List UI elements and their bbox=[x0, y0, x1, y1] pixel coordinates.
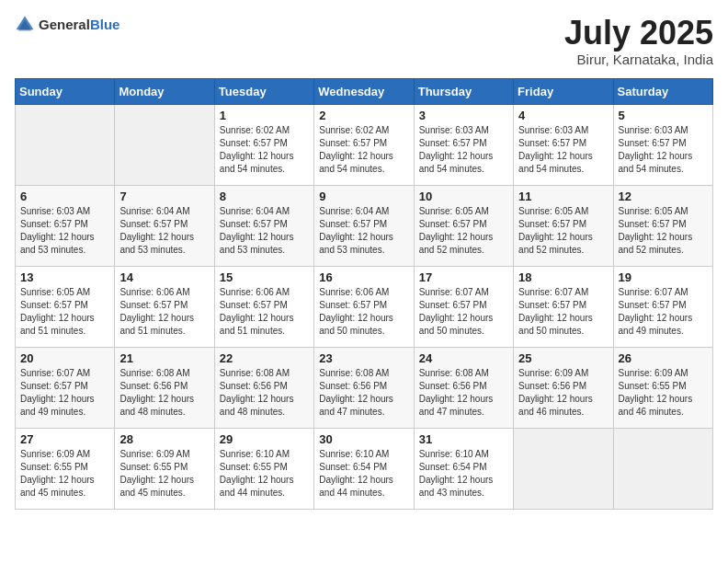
day-info: Sunrise: 6:05 AM Sunset: 6:57 PM Dayligh… bbox=[419, 205, 508, 257]
calendar-cell: 6Sunrise: 6:03 AM Sunset: 6:57 PM Daylig… bbox=[16, 185, 115, 266]
day-info: Sunrise: 6:05 AM Sunset: 6:57 PM Dayligh… bbox=[20, 286, 109, 338]
day-info: Sunrise: 6:07 AM Sunset: 6:57 PM Dayligh… bbox=[518, 286, 608, 338]
day-info: Sunrise: 6:03 AM Sunset: 6:57 PM Dayligh… bbox=[419, 124, 508, 176]
calendar-cell: 7Sunrise: 6:04 AM Sunset: 6:57 PM Daylig… bbox=[115, 185, 214, 266]
calendar-cell: 23Sunrise: 6:08 AM Sunset: 6:56 PM Dayli… bbox=[314, 347, 414, 428]
day-number: 20 bbox=[20, 351, 109, 365]
day-info: Sunrise: 6:02 AM Sunset: 6:57 PM Dayligh… bbox=[319, 124, 408, 176]
logo-icon bbox=[15, 15, 35, 35]
calendar-cell: 25Sunrise: 6:09 AM Sunset: 6:56 PM Dayli… bbox=[514, 347, 613, 428]
day-number: 23 bbox=[319, 351, 408, 365]
day-number: 11 bbox=[518, 190, 608, 203]
day-number: 27 bbox=[20, 432, 109, 446]
calendar-cell: 15Sunrise: 6:06 AM Sunset: 6:57 PM Dayli… bbox=[214, 266, 313, 347]
day-number: 4 bbox=[518, 109, 608, 122]
weekday-header-row: SundayMondayTuesdayWednesdayThursdayFrid… bbox=[16, 78, 713, 104]
calendar-cell: 9Sunrise: 6:04 AM Sunset: 6:57 PM Daylig… bbox=[314, 185, 414, 266]
calendar-cell bbox=[16, 104, 115, 185]
calendar-cell: 5Sunrise: 6:03 AM Sunset: 6:57 PM Daylig… bbox=[613, 104, 712, 185]
calendar-cell: 31Sunrise: 6:10 AM Sunset: 6:54 PM Dayli… bbox=[414, 428, 513, 509]
day-number: 13 bbox=[20, 270, 109, 284]
day-number: 12 bbox=[619, 190, 708, 203]
day-info: Sunrise: 6:10 AM Sunset: 6:54 PM Dayligh… bbox=[419, 448, 508, 500]
day-number: 5 bbox=[619, 109, 708, 122]
day-info: Sunrise: 6:10 AM Sunset: 6:55 PM Dayligh… bbox=[220, 448, 309, 500]
day-info: Sunrise: 6:04 AM Sunset: 6:57 PM Dayligh… bbox=[220, 205, 309, 257]
calendar-cell: 17Sunrise: 6:07 AM Sunset: 6:57 PM Dayli… bbox=[414, 266, 513, 347]
calendar-cell: 8Sunrise: 6:04 AM Sunset: 6:57 PM Daylig… bbox=[214, 185, 313, 266]
day-number: 29 bbox=[220, 432, 309, 446]
calendar-cell: 3Sunrise: 6:03 AM Sunset: 6:57 PM Daylig… bbox=[414, 104, 513, 185]
calendar-cell bbox=[514, 428, 613, 509]
calendar-cell: 13Sunrise: 6:05 AM Sunset: 6:57 PM Dayli… bbox=[16, 266, 115, 347]
day-info: Sunrise: 6:07 AM Sunset: 6:57 PM Dayligh… bbox=[619, 286, 708, 338]
calendar-week-3: 13Sunrise: 6:05 AM Sunset: 6:57 PM Dayli… bbox=[16, 266, 713, 347]
day-info: Sunrise: 6:08 AM Sunset: 6:56 PM Dayligh… bbox=[220, 367, 309, 419]
day-number: 6 bbox=[20, 190, 109, 203]
location-subtitle: Birur, Karnataka, India bbox=[564, 52, 713, 67]
day-number: 9 bbox=[319, 190, 408, 203]
day-info: Sunrise: 6:02 AM Sunset: 6:57 PM Dayligh… bbox=[220, 124, 309, 176]
day-info: Sunrise: 6:09 AM Sunset: 6:55 PM Dayligh… bbox=[20, 448, 109, 500]
day-info: Sunrise: 6:06 AM Sunset: 6:57 PM Dayligh… bbox=[220, 286, 309, 338]
day-number: 17 bbox=[419, 270, 508, 284]
calendar-cell: 26Sunrise: 6:09 AM Sunset: 6:55 PM Dayli… bbox=[613, 347, 712, 428]
day-number: 21 bbox=[119, 351, 209, 365]
day-info: Sunrise: 6:09 AM Sunset: 6:55 PM Dayligh… bbox=[119, 448, 209, 500]
day-info: Sunrise: 6:04 AM Sunset: 6:57 PM Dayligh… bbox=[319, 205, 408, 257]
day-info: Sunrise: 6:03 AM Sunset: 6:57 PM Dayligh… bbox=[20, 205, 109, 257]
day-info: Sunrise: 6:06 AM Sunset: 6:57 PM Dayligh… bbox=[319, 286, 408, 338]
calendar-table: SundayMondayTuesdayWednesdayThursdayFrid… bbox=[15, 78, 713, 510]
calendar-week-4: 20Sunrise: 6:07 AM Sunset: 6:57 PM Dayli… bbox=[16, 347, 713, 428]
day-number: 28 bbox=[119, 432, 209, 446]
calendar-cell: 19Sunrise: 6:07 AM Sunset: 6:57 PM Dayli… bbox=[613, 266, 712, 347]
day-number: 2 bbox=[319, 109, 408, 122]
weekday-header-saturday: Saturday bbox=[613, 78, 712, 104]
day-number: 8 bbox=[220, 190, 309, 203]
day-info: Sunrise: 6:03 AM Sunset: 6:57 PM Dayligh… bbox=[518, 124, 608, 176]
calendar-cell: 20Sunrise: 6:07 AM Sunset: 6:57 PM Dayli… bbox=[16, 347, 115, 428]
calendar-cell bbox=[115, 104, 214, 185]
logo-general: GeneralBlue bbox=[39, 17, 119, 33]
calendar-cell: 22Sunrise: 6:08 AM Sunset: 6:56 PM Dayli… bbox=[214, 347, 313, 428]
weekday-header-friday: Friday bbox=[514, 78, 613, 104]
day-number: 14 bbox=[119, 270, 209, 284]
weekday-header-thursday: Thursday bbox=[414, 78, 513, 104]
day-number: 15 bbox=[220, 270, 309, 284]
day-info: Sunrise: 6:07 AM Sunset: 6:57 PM Dayligh… bbox=[419, 286, 508, 338]
calendar-cell: 28Sunrise: 6:09 AM Sunset: 6:55 PM Dayli… bbox=[115, 428, 214, 509]
calendar-week-1: 1Sunrise: 6:02 AM Sunset: 6:57 PM Daylig… bbox=[16, 104, 713, 185]
calendar-cell: 2Sunrise: 6:02 AM Sunset: 6:57 PM Daylig… bbox=[314, 104, 414, 185]
day-info: Sunrise: 6:08 AM Sunset: 6:56 PM Dayligh… bbox=[119, 367, 209, 419]
calendar-cell: 12Sunrise: 6:05 AM Sunset: 6:57 PM Dayli… bbox=[613, 185, 712, 266]
calendar-cell: 24Sunrise: 6:08 AM Sunset: 6:56 PM Dayli… bbox=[414, 347, 513, 428]
day-number: 18 bbox=[518, 270, 608, 284]
weekday-header-tuesday: Tuesday bbox=[214, 78, 313, 104]
calendar-cell: 29Sunrise: 6:10 AM Sunset: 6:55 PM Dayli… bbox=[214, 428, 313, 509]
day-info: Sunrise: 6:03 AM Sunset: 6:57 PM Dayligh… bbox=[619, 124, 708, 176]
calendar-cell: 4Sunrise: 6:03 AM Sunset: 6:57 PM Daylig… bbox=[514, 104, 613, 185]
day-number: 10 bbox=[419, 190, 508, 203]
day-info: Sunrise: 6:09 AM Sunset: 6:56 PM Dayligh… bbox=[518, 367, 608, 419]
calendar-cell: 10Sunrise: 6:05 AM Sunset: 6:57 PM Dayli… bbox=[414, 185, 513, 266]
calendar-cell: 30Sunrise: 6:10 AM Sunset: 6:54 PM Dayli… bbox=[314, 428, 414, 509]
day-info: Sunrise: 6:08 AM Sunset: 6:56 PM Dayligh… bbox=[319, 367, 408, 419]
day-info: Sunrise: 6:09 AM Sunset: 6:55 PM Dayligh… bbox=[619, 367, 708, 419]
calendar-cell: 27Sunrise: 6:09 AM Sunset: 6:55 PM Dayli… bbox=[16, 428, 115, 509]
title-block: July 2025 Birur, Karnataka, India bbox=[564, 15, 713, 67]
calendar-cell bbox=[613, 428, 712, 509]
calendar-week-5: 27Sunrise: 6:09 AM Sunset: 6:55 PM Dayli… bbox=[16, 428, 713, 509]
day-number: 30 bbox=[319, 432, 408, 446]
day-number: 31 bbox=[419, 432, 508, 446]
day-number: 1 bbox=[220, 109, 309, 122]
day-number: 26 bbox=[619, 351, 708, 365]
day-number: 22 bbox=[220, 351, 309, 365]
day-number: 25 bbox=[518, 351, 608, 365]
day-number: 3 bbox=[419, 109, 508, 122]
day-info: Sunrise: 6:04 AM Sunset: 6:57 PM Dayligh… bbox=[119, 205, 209, 257]
month-title: July 2025 bbox=[564, 15, 713, 52]
logo: GeneralBlue bbox=[15, 15, 119, 35]
weekday-header-monday: Monday bbox=[115, 78, 214, 104]
day-info: Sunrise: 6:05 AM Sunset: 6:57 PM Dayligh… bbox=[619, 205, 708, 257]
calendar-week-2: 6Sunrise: 6:03 AM Sunset: 6:57 PM Daylig… bbox=[16, 185, 713, 266]
